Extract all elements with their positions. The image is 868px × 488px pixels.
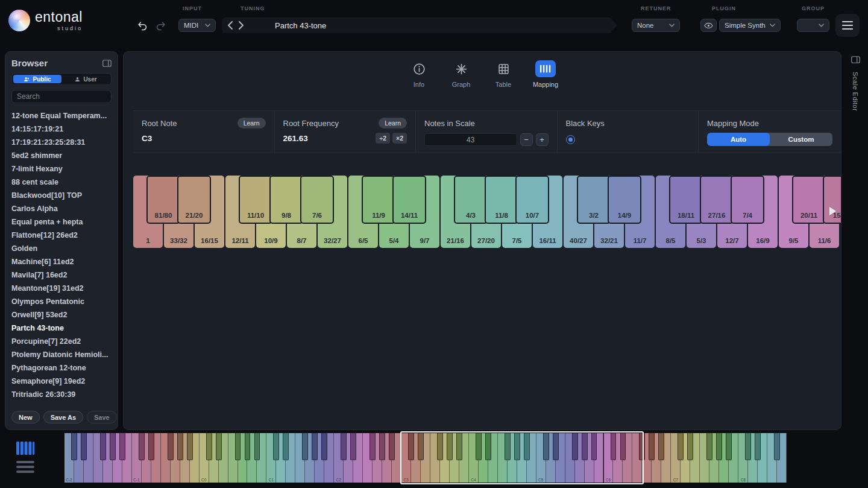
scale-list-item[interactable]: 17:19:21:23:25:28:31 [11, 136, 112, 149]
browser-collapse-button[interactable] [102, 60, 112, 67]
scale-list-item[interactable]: Equal penta + hepta [11, 215, 112, 229]
piano-key[interactable] [254, 433, 260, 460]
piano-key[interactable] [350, 433, 356, 460]
tab-info[interactable]: Info [404, 60, 434, 88]
piano-key[interactable] [168, 433, 174, 460]
mapping-key-9/8[interactable]: 9/8 [269, 176, 303, 224]
mapping-key-14/9[interactable]: 14/9 [608, 176, 641, 224]
next-scale-button[interactable] [239, 21, 244, 30]
scale-list-item[interactable]: Golden [11, 242, 112, 255]
scroll-right-arrow[interactable] [829, 207, 836, 215]
scale-list-item[interactable]: Porcupine[7] 22ed2 [11, 335, 112, 348]
piano-key[interactable] [187, 433, 193, 460]
piano-key[interactable] [206, 433, 212, 460]
mapping-key-10/7[interactable]: 10/7 [515, 176, 549, 224]
piano-key[interactable] [341, 433, 347, 460]
scale-list-item[interactable]: Semaphore[9] 19ed2 [11, 375, 112, 388]
mapping-key-20/11[interactable]: 20/11 [792, 176, 826, 224]
tab-table[interactable]: Table [488, 60, 518, 88]
piano-key[interactable] [216, 433, 222, 460]
save-button[interactable]: Save [87, 411, 117, 423]
piano-key[interactable] [716, 433, 722, 460]
mapping-mode-auto[interactable]: Auto [707, 133, 770, 146]
mapping-key-4/3[interactable]: 4/3 [454, 176, 488, 224]
redo-button[interactable] [153, 19, 168, 33]
mapping-key-27/16[interactable]: 27/16 [700, 176, 734, 224]
decrease-notes-button[interactable]: − [520, 133, 533, 146]
piano-key[interactable] [726, 433, 732, 460]
piano-key[interactable] [649, 433, 655, 460]
scale-list-item[interactable]: Machine[6] 11ed2 [11, 255, 112, 268]
scale-list-item[interactable]: Carlos Alpha [11, 202, 112, 215]
midi-input-dropdown[interactable]: MIDI [178, 19, 216, 32]
piano-key[interactable] [148, 433, 154, 460]
piano-key[interactable] [283, 433, 289, 460]
scale-list-item[interactable]: Ptolemy Diatonic Hemioli... [11, 348, 112, 361]
mapping-key-11/9[interactable]: 11/9 [362, 176, 395, 224]
scale-list-item[interactable]: Tritriadic 26:30:39 [11, 388, 112, 401]
root-frequency-learn-button[interactable]: Learn [379, 118, 407, 128]
mapping-key-15/8[interactable]: 15/8 [823, 176, 841, 224]
piano-viewport[interactable] [400, 431, 644, 484]
mapping-key-21/20[interactable]: 21/20 [177, 176, 211, 224]
double-frequency-button[interactable]: ×2 [392, 133, 407, 144]
mapping-key-14/11[interactable]: 14/11 [392, 176, 426, 224]
mapping-key-11/8[interactable]: 11/8 [485, 176, 518, 224]
piano-key[interactable] [177, 433, 183, 460]
piano-key[interactable] [302, 433, 308, 460]
mapping-key-7/6[interactable]: 7/6 [300, 176, 334, 224]
mapping-mode-custom[interactable]: Custom [770, 133, 832, 146]
scale-list-item[interactable]: Pythagorean 12-tone [11, 361, 112, 375]
list-view-button[interactable] [16, 461, 34, 473]
piano-key[interactable] [100, 433, 106, 460]
scale-list-item[interactable]: Mavila[7] 16ed2 [11, 268, 112, 282]
piano-key[interactable] [379, 433, 385, 460]
scale-list-item[interactable]: 88 cent scale [11, 176, 112, 189]
previous-scale-button[interactable] [228, 21, 233, 30]
root-note-value[interactable]: C3 [142, 134, 266, 143]
piano-key[interactable] [245, 433, 251, 460]
tab-graph[interactable]: Graph [446, 60, 476, 88]
scale-list-item[interactable]: 7-limit Hexany [11, 162, 112, 176]
menu-button[interactable] [835, 14, 860, 37]
piano-key[interactable] [71, 433, 77, 460]
piano-key[interactable] [273, 433, 279, 460]
piano-key[interactable] [678, 433, 684, 460]
public-library-tab[interactable]: Public [13, 75, 61, 83]
scale-list-item[interactable]: Olympos Pentatonic [11, 295, 112, 308]
piano-key[interactable] [119, 433, 125, 460]
scale-list-item[interactable]: Flattone[12] 26ed2 [11, 229, 112, 242]
tab-mapping[interactable]: Mapping [530, 60, 561, 88]
piano-key[interactable] [706, 433, 712, 460]
piano-key[interactable] [235, 433, 241, 460]
increase-notes-button[interactable]: + [536, 133, 549, 146]
piano-key[interactable] [774, 433, 780, 460]
scale-list-item[interactable]: 5ed2 shimmer [11, 149, 112, 162]
piano-key[interactable] [321, 433, 327, 460]
new-button[interactable]: New [11, 411, 40, 423]
scale-list-item[interactable]: Orwell[9] 53ed2 [11, 308, 112, 322]
piano-key[interactable] [370, 433, 376, 460]
scale-list-item[interactable]: 14:15:17:19:21 [11, 122, 112, 136]
keyboard-view-button[interactable] [16, 441, 35, 455]
piano-key[interactable] [389, 433, 395, 460]
scale-list-item[interactable]: Partch 43-tone [11, 322, 112, 335]
scale-editor-panel-toggle[interactable] [851, 56, 860, 63]
scale-list-item[interactable]: Meantone[19] 31ed2 [11, 282, 112, 295]
plugin-dropdown[interactable]: Simple Synth [719, 19, 781, 32]
piano-key[interactable] [312, 433, 318, 460]
mapping-key-81/80[interactable]: 81/80 [146, 176, 180, 224]
piano-key[interactable] [81, 433, 87, 460]
piano-key[interactable] [755, 433, 761, 460]
scale-list-item[interactable]: Blackwood[10] TOP [11, 189, 112, 202]
piano-key[interactable] [110, 433, 116, 460]
plugin-visibility-button[interactable] [700, 19, 717, 32]
mapping-key-3/2[interactable]: 3/2 [577, 176, 611, 224]
notes-in-scale-value[interactable]: 43 [424, 133, 517, 146]
root-note-learn-button[interactable]: Learn [237, 118, 266, 128]
save-as-button[interactable]: Save As [43, 411, 83, 423]
piano-key[interactable] [687, 433, 693, 460]
group-dropdown[interactable] [797, 19, 829, 32]
piano-key[interactable] [139, 433, 145, 460]
mapping-key-11/10[interactable]: 11/10 [239, 176, 272, 224]
